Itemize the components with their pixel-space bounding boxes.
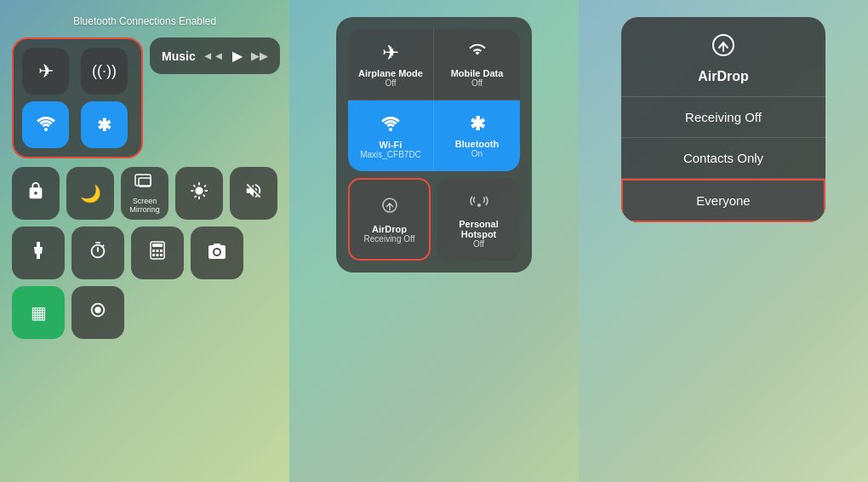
wifi-cell[interactable]: Wi-Fi Maxis_CFB7DC bbox=[348, 100, 434, 171]
bluetooth-btn[interactable]: ✱ bbox=[81, 101, 128, 148]
moon-icon: 🌙 bbox=[80, 183, 101, 204]
camera-icon bbox=[207, 242, 227, 264]
music-controls: ◄◄ ▶ ▶▶ bbox=[203, 48, 269, 64]
timer-btn[interactable] bbox=[71, 227, 124, 279]
music-title: Music bbox=[162, 49, 196, 63]
panel-3: AirDrop Receiving Off Contacts Only Ever… bbox=[579, 0, 868, 482]
airplane-mode-sub: Off bbox=[385, 78, 396, 88]
qr-code-btn[interactable]: ▦ bbox=[12, 286, 65, 339]
camera-btn[interactable] bbox=[191, 227, 243, 279]
bluetooth-connections-label: Bluetooth Connections Enabled bbox=[73, 15, 216, 27]
mobile-data-btn[interactable]: ((·)) bbox=[81, 48, 128, 95]
mute-icon bbox=[244, 181, 263, 205]
svg-rect-8 bbox=[152, 254, 155, 256]
mobile-data-label: Mobile Data bbox=[451, 68, 504, 78]
screen-mirroring-label: ScreenMirroring bbox=[129, 197, 160, 214]
svg-rect-6 bbox=[157, 250, 159, 252]
connectivity-grid: ✈ Airplane Mode Off Mobile Data Off bbox=[348, 29, 520, 171]
next-btn[interactable]: ▶▶ bbox=[251, 49, 268, 62]
full-control-card: ✈ Airplane Mode Off Mobile Data Off bbox=[336, 17, 532, 273]
screen-mirroring-icon bbox=[134, 174, 155, 195]
wifi-btn[interactable] bbox=[22, 101, 69, 148]
svg-rect-4 bbox=[152, 244, 163, 247]
prev-btn[interactable]: ◄◄ bbox=[203, 49, 225, 62]
svg-rect-10 bbox=[160, 254, 163, 256]
airplane-mode-cell[interactable]: ✈ Airplane Mode Off bbox=[348, 29, 434, 100]
bluetooth-icon: ✱ bbox=[97, 115, 111, 135]
airdrop-label: AirDrop bbox=[372, 224, 407, 234]
airplane-mode-btn[interactable]: ✈ bbox=[22, 48, 69, 95]
everyone-option[interactable]: Everyone bbox=[621, 179, 825, 222]
svg-rect-9 bbox=[157, 254, 159, 256]
play-btn[interactable]: ▶ bbox=[232, 48, 243, 64]
timer-icon bbox=[89, 241, 107, 265]
bluetooth-sub: On bbox=[471, 149, 483, 158]
record-icon bbox=[89, 301, 107, 324]
airdrop-sub: Receiving Off bbox=[364, 234, 415, 244]
airplane-icon: ✈ bbox=[38, 60, 54, 83]
airplane-mode-label: Airplane Mode bbox=[358, 68, 423, 78]
airdrop-icon bbox=[380, 195, 400, 221]
screen-mirroring-btn[interactable]: ScreenMirroring bbox=[121, 167, 168, 220]
record-btn[interactable] bbox=[71, 286, 124, 339]
mobile-data-sub: Off bbox=[471, 78, 483, 88]
wifi-label: Wi-Fi bbox=[380, 140, 403, 150]
airdrop-menu-title: AirDrop bbox=[698, 69, 749, 84]
calculator-icon bbox=[149, 241, 166, 265]
svg-point-11 bbox=[214, 250, 220, 255]
hotspot-sub: Off bbox=[473, 239, 484, 249]
contacts-only-option[interactable]: Contacts Only bbox=[621, 138, 825, 179]
wifi-sub: Maxis_CFB7DC bbox=[360, 150, 421, 159]
mobile-data-icon bbox=[468, 41, 487, 65]
airdrop-header-icon bbox=[711, 32, 736, 64]
svg-rect-5 bbox=[152, 250, 155, 252]
mobile-data-cell[interactable]: Mobile Data Off bbox=[434, 29, 520, 100]
svg-point-13 bbox=[94, 307, 100, 313]
airdrop-header: AirDrop bbox=[621, 17, 825, 97]
svg-point-14 bbox=[389, 128, 392, 131]
bluetooth-icon-2: ✱ bbox=[470, 113, 485, 135]
hotspot-cell[interactable]: Personal Hotspot Off bbox=[437, 178, 520, 261]
connectivity-card: ✈ ((·)) bbox=[12, 37, 143, 158]
hotspot-label: Personal Hotspot bbox=[444, 219, 513, 239]
svg-point-16 bbox=[477, 204, 481, 207]
receiving-off-option[interactable]: Receiving Off bbox=[621, 97, 825, 138]
hotspot-icon bbox=[469, 190, 489, 215]
orientation-lock-btn[interactable] bbox=[12, 167, 60, 220]
mute-btn[interactable] bbox=[230, 167, 277, 220]
music-player-card: Music ◄◄ ▶ ▶▶ bbox=[150, 37, 280, 74]
flashlight-icon bbox=[31, 240, 46, 266]
svg-rect-1 bbox=[135, 175, 151, 186]
brightness-icon bbox=[190, 181, 208, 205]
airdrop-cell[interactable]: AirDrop Receiving Off bbox=[348, 178, 431, 261]
bluetooth-label: Bluetooth bbox=[455, 139, 499, 149]
qr-icon: ▦ bbox=[31, 302, 47, 323]
flashlight-btn[interactable] bbox=[12, 227, 65, 279]
do-not-disturb-btn[interactable]: 🌙 bbox=[66, 167, 114, 220]
svg-point-0 bbox=[44, 128, 48, 131]
panel-1: Bluetooth Connections Enabled ✈ ((·)) bbox=[0, 0, 289, 482]
brightness-btn[interactable] bbox=[175, 167, 223, 220]
bottom-grid: AirDrop Receiving Off Personal Hotspot bbox=[348, 178, 520, 261]
svg-rect-7 bbox=[160, 250, 163, 252]
mobile-data-icon: ((·)) bbox=[92, 62, 117, 80]
wifi-icon-2 bbox=[380, 112, 401, 136]
panel-2: ✈ Airplane Mode Off Mobile Data Off bbox=[289, 0, 579, 482]
orientation-lock-icon bbox=[26, 181, 45, 205]
bluetooth-cell[interactable]: ✱ Bluetooth On bbox=[434, 100, 520, 171]
airplane-mode-icon: ✈ bbox=[382, 41, 399, 65]
wifi-icon bbox=[36, 114, 56, 136]
calculator-btn[interactable] bbox=[131, 227, 184, 279]
airdrop-menu-card: AirDrop Receiving Off Contacts Only Ever… bbox=[621, 17, 825, 222]
